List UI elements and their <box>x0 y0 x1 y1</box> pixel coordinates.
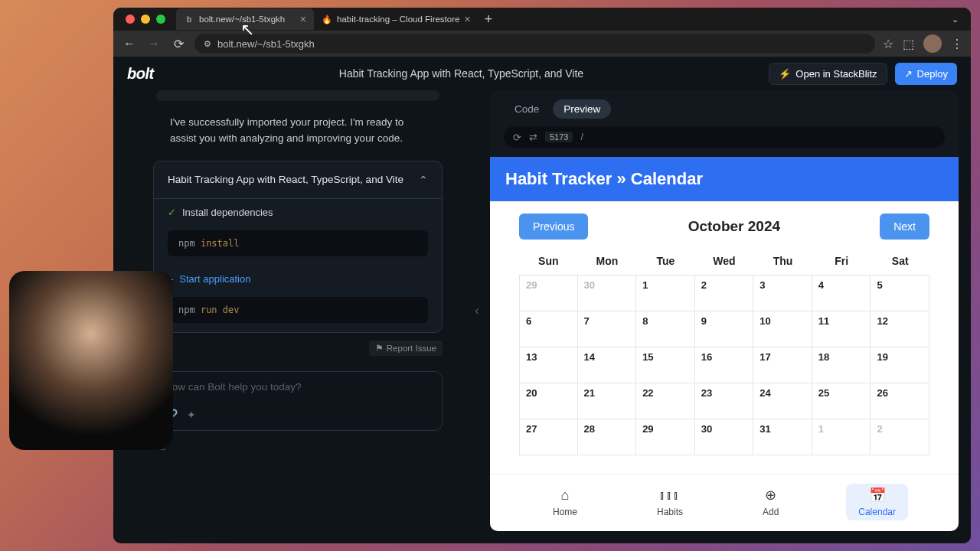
app-title-bar: Habit Tracker » Calendar <box>490 157 959 201</box>
calendar-cell[interactable]: 3 <box>753 276 812 311</box>
chevron-up-icon: ⌃ <box>419 174 428 186</box>
window-close-button[interactable] <box>126 15 135 24</box>
calendar-row: 293012345 <box>519 275 929 311</box>
browser-tab[interactable]: 🔥 habit-tracking – Cloud Firestore × <box>314 8 479 30</box>
nav-home[interactable]: ⌂ Home <box>541 484 590 520</box>
preview-frame: Habit Tracker » Calendar Previous Octobe… <box>490 157 959 531</box>
chat-column: I've successfully imported your project.… <box>126 90 470 531</box>
browser-tab-active[interactable]: b bolt.new/~/sb1-5txgkh × <box>176 8 314 30</box>
preview-url-bar: ⟳ ⇄ 5173 / <box>504 126 945 148</box>
step-start: – Start application <box>154 266 442 297</box>
open-stackblitz-label: Open in StackBlitz <box>795 68 877 80</box>
calendar-body: 2930123456789101112131415161718192021222… <box>519 275 929 455</box>
step-install: ✓ Install dependencies <box>154 199 442 230</box>
deploy-button[interactable]: ↗ Deploy <box>895 63 957 85</box>
calendar-cell[interactable]: 21 <box>578 383 637 419</box>
calendar-cell[interactable]: 11 <box>812 311 871 347</box>
calendar-nav: Previous October 2024 Next <box>490 201 959 247</box>
new-tab-button[interactable]: + <box>485 11 493 28</box>
url-text: bolt.new/~/sb1-5txgkh <box>217 38 315 50</box>
window-minimize-button[interactable] <box>141 15 150 24</box>
calendar-cell[interactable]: 23 <box>695 383 754 419</box>
home-icon: ⌂ <box>561 487 570 504</box>
bolt-favicon: b <box>184 14 194 24</box>
nav-calendar[interactable]: 📅 Calendar <box>846 484 908 520</box>
calendar-cell[interactable]: 15 <box>636 347 695 383</box>
bookmark-icon[interactable]: ☆ <box>883 37 893 51</box>
user-message-stub <box>156 90 439 101</box>
tab-close-icon[interactable]: × <box>300 13 306 25</box>
tab-code[interactable]: Code <box>504 99 550 119</box>
calendar-cell[interactable]: 8 <box>636 311 695 347</box>
chat-input[interactable]: How can Bolt help you today? 🔗 ✦ <box>153 371 443 431</box>
calendar-cell[interactable]: 30 <box>578 276 637 311</box>
calendar-cell[interactable]: 19 <box>871 347 929 383</box>
step-install-label: ✓ Install dependencies <box>168 207 428 218</box>
bottom-toolbar: ▢ <box>153 431 443 451</box>
calendar-cell[interactable]: 14 <box>578 347 637 383</box>
calendar-cell[interactable]: 1 <box>636 276 695 311</box>
report-issue-button[interactable]: ⚑ Report Issue <box>369 341 443 356</box>
calendar-cell[interactable]: 2 <box>871 419 929 455</box>
previous-button[interactable]: Previous <box>519 214 588 240</box>
calendar-cell[interactable]: 1 <box>812 419 871 455</box>
calendar-cell[interactable]: 10 <box>753 311 812 347</box>
back-button[interactable]: ← <box>121 35 138 52</box>
flag-icon: ⚑ <box>375 343 384 354</box>
extensions-icon[interactable]: ⬚ <box>903 37 914 51</box>
app-body: bolt Habit Tracking App with React, Type… <box>113 57 971 543</box>
calendar-cell[interactable]: 18 <box>812 347 871 383</box>
calendar-row: 13141516171819 <box>519 347 929 383</box>
webcam-overlay <box>9 271 173 450</box>
tabs-overflow-icon[interactable]: ⌄ <box>952 15 965 24</box>
task-title: Habit Tracking App with React, TypeScrip… <box>168 172 419 187</box>
calendar-cell[interactable]: 4 <box>812 276 871 311</box>
open-stackblitz-button[interactable]: ⚡ Open in StackBlitz <box>769 63 887 85</box>
sparkle-icon[interactable]: ✦ <box>187 409 196 421</box>
calendar-cell[interactable]: 28 <box>578 419 637 455</box>
calendar-cell[interactable]: 22 <box>636 383 695 419</box>
calendar-cell[interactable]: 29 <box>519 276 578 311</box>
calendar-cell[interactable]: 25 <box>812 383 871 419</box>
reload-preview-icon[interactable]: ⟳ <box>513 132 521 143</box>
bolt-logo[interactable]: bolt <box>127 65 154 83</box>
calendar-cell[interactable]: 24 <box>753 383 812 419</box>
view-tabs: Code Preview <box>490 90 959 123</box>
collapse-handle[interactable]: ‹ <box>470 90 484 531</box>
cmd-prefix: npm <box>178 238 201 249</box>
profile-avatar[interactable] <box>923 34 942 53</box>
calendar-cell[interactable]: 20 <box>519 383 578 419</box>
calendar-cell[interactable]: 16 <box>695 347 754 383</box>
calendar-cell[interactable]: 5 <box>871 276 929 311</box>
calendar-cell[interactable]: 2 <box>695 276 754 311</box>
calendar-cell[interactable]: 27 <box>519 419 578 455</box>
calendar-day-header: Thu <box>753 247 812 275</box>
tab-bar: b bolt.new/~/sb1-5txgkh × 🔥 habit-tracki… <box>113 8 971 31</box>
calendar-cell[interactable]: 9 <box>695 311 754 347</box>
cmd-prefix: npm <box>178 305 201 315</box>
calendar-cell[interactable]: 30 <box>695 419 754 455</box>
calendar-cell[interactable]: 12 <box>871 311 929 347</box>
bolt-icon: ⚡ <box>779 68 791 80</box>
browser-menu-button[interactable]: ⋮ <box>951 37 963 51</box>
task-header[interactable]: Habit Tracking App with React, TypeScrip… <box>154 161 442 198</box>
nav-add[interactable]: ⊕ Add <box>750 484 791 520</box>
calendar-cell[interactable]: 13 <box>519 347 578 383</box>
calendar-cell[interactable]: 29 <box>636 419 695 455</box>
tab-close-icon[interactable]: × <box>464 13 470 25</box>
tab-preview[interactable]: Preview <box>553 99 611 119</box>
window-maximize-button[interactable] <box>156 15 165 24</box>
calendar-cell[interactable]: 26 <box>871 383 929 419</box>
url-field[interactable]: ⚙ bolt.new/~/sb1-5txgkh <box>194 34 875 54</box>
forward-button[interactable]: → <box>145 35 162 52</box>
site-settings-icon[interactable]: ⚙ <box>204 39 211 49</box>
calendar-cell[interactable]: 7 <box>578 311 637 347</box>
nav-habits[interactable]: ⫾⫾⫾ Habits <box>645 484 695 520</box>
reload-button[interactable]: ⟳ <box>170 35 187 52</box>
calendar-cell[interactable]: 17 <box>753 347 812 383</box>
step-install-text: Install dependencies <box>182 207 273 218</box>
next-button[interactable]: Next <box>880 214 929 240</box>
calendar-cell[interactable]: 31 <box>753 419 812 455</box>
calendar-cell[interactable]: 6 <box>519 311 578 347</box>
report-issue-label: Report Issue <box>387 344 436 353</box>
